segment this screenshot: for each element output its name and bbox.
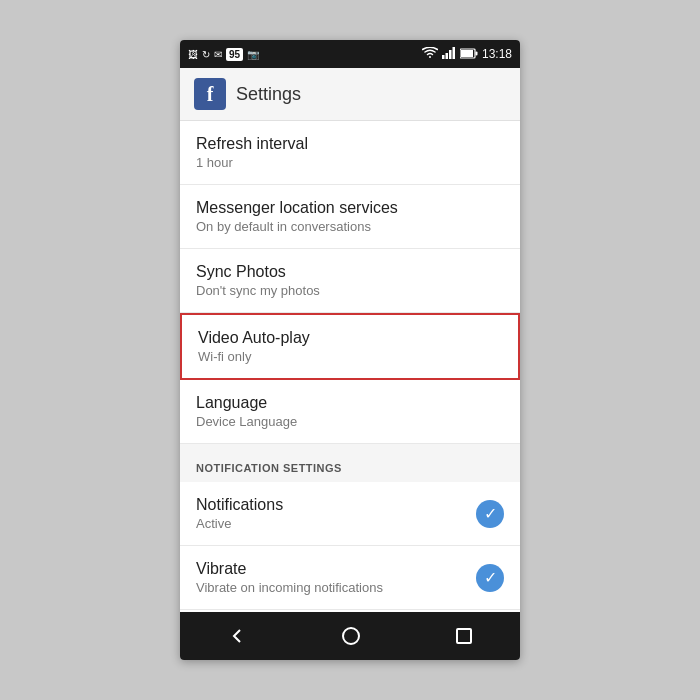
nav-bar [180,612,520,660]
refresh-interval-subtitle: 1 hour [196,155,504,170]
notifications-subtitle: Active [196,516,476,531]
back-button[interactable] [207,618,267,654]
video-autoplay-title: Video Auto-play [198,329,502,347]
settings-item-vibrate[interactable]: Vibrate Vibrate on incoming notification… [180,546,520,610]
svg-rect-0 [442,55,445,59]
signal-icon [442,47,456,61]
facebook-logo: f [194,78,226,110]
svg-rect-2 [449,50,452,59]
email-icon: ✉ [214,49,222,60]
app-title: Settings [236,84,301,105]
check-icon: ✓ [484,506,497,522]
phone-frame: 🖼 ↻ ✉ 95 📷 [180,40,520,660]
status-time: 13:18 [482,47,512,61]
vibrate-subtitle: Vibrate on incoming notifications [196,580,476,595]
settings-item-language[interactable]: Language Device Language [180,380,520,444]
vibrate-title: Vibrate [196,560,476,578]
svg-rect-6 [475,51,477,55]
status-bar: 🖼 ↻ ✉ 95 📷 [180,40,520,68]
settings-item-messenger-location[interactable]: Messenger location services On by defaul… [180,185,520,249]
language-subtitle: Device Language [196,414,504,429]
notification-section-header: NOTIFICATION SETTINGS [180,444,520,482]
sync-icon: ↻ [202,49,210,60]
settings-list: Refresh interval 1 hour Messenger locati… [180,121,520,612]
svg-rect-5 [461,50,473,57]
settings-item-video-autoplay[interactable]: Video Auto-play Wi-fi only [180,313,520,380]
sync-photos-title: Sync Photos [196,263,504,281]
settings-item-sync-photos[interactable]: Sync Photos Don't sync my photos [180,249,520,313]
refresh-interval-title: Refresh interval [196,135,504,153]
battery-icon [460,48,478,61]
recent-button[interactable] [435,619,493,653]
status-right-icons: 13:18 [422,47,512,61]
messenger-location-subtitle: On by default in conversations [196,219,504,234]
svg-rect-8 [457,629,471,643]
app-header: f Settings [180,68,520,121]
svg-rect-3 [452,47,455,59]
settings-item-notifications[interactable]: Notifications Active ✓ [180,482,520,546]
sync-photos-subtitle: Don't sync my photos [196,283,504,298]
home-button[interactable] [321,618,381,654]
video-autoplay-subtitle: Wi-fi only [198,349,502,364]
image-icon: 🖼 [188,49,198,60]
language-title: Language [196,394,504,412]
notifications-checkbox[interactable]: ✓ [476,500,504,528]
svg-point-7 [343,628,359,644]
messenger-location-title: Messenger location services [196,199,504,217]
notification-section-title: NOTIFICATION SETTINGS [196,462,342,474]
vibrate-checkbox[interactable]: ✓ [476,564,504,592]
check-icon: ✓ [484,570,497,586]
notification-badge: 95 [226,48,243,61]
wifi-icon [422,47,438,61]
svg-rect-1 [445,53,448,59]
status-left-icons: 🖼 ↻ ✉ 95 📷 [188,48,259,61]
notifications-title: Notifications [196,496,476,514]
settings-item-refresh-interval[interactable]: Refresh interval 1 hour [180,121,520,185]
camera-icon: 📷 [247,49,259,60]
